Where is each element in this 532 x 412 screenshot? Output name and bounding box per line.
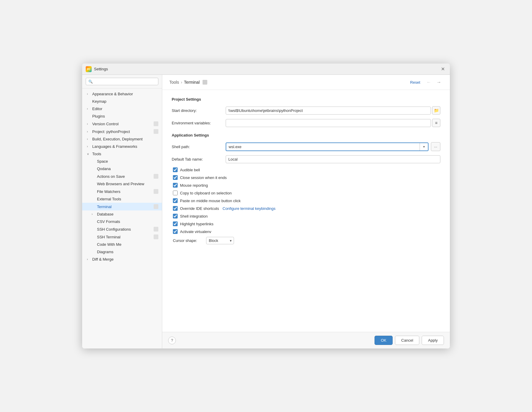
checkbox-activate-virtualenv[interactable] <box>173 229 178 234</box>
checkbox-close-session[interactable] <box>173 175 178 180</box>
checkbox-shell-integration[interactable] <box>173 214 178 218</box>
chevron-build-icon: › <box>87 137 90 141</box>
checkbox-row-shell-integration: Shell integration <box>172 214 440 218</box>
sidebar-item-diff-merge[interactable]: ›Diff & Merge <box>82 256 162 263</box>
sidebar-item-terminal[interactable]: Terminal <box>82 203 162 210</box>
sidebar-item-code-with-me[interactable]: Code With Me <box>82 241 162 248</box>
header-actions: Reset ← → <box>408 78 443 86</box>
mod-badge-file-watchers <box>154 189 158 194</box>
search-input[interactable] <box>95 79 156 84</box>
sidebar-item-build[interactable]: ›Build, Execution, Deployment <box>82 135 162 143</box>
checkbox-row-copy-clipboard: Copy to clipboard on selection <box>172 191 440 195</box>
sidebar-item-editor[interactable]: ›Editor <box>82 105 162 112</box>
sidebar-item-label-build: Build, Execution, Deployment <box>92 137 158 141</box>
default-tab-field <box>226 155 440 163</box>
sidebar-item-csv-formats[interactable]: CSV Formats <box>82 218 162 225</box>
breadcrumb-mod-badge <box>203 80 207 85</box>
sidebar-item-file-watchers[interactable]: File Watchers <box>82 188 162 195</box>
checkbox-paste-middle[interactable] <box>173 198 178 203</box>
sidebar-item-label-ssh-terminal: SSH Terminal <box>97 235 152 239</box>
mod-badge-actions-on-save <box>154 174 158 179</box>
start-directory-field: 📁 <box>226 106 440 115</box>
sidebar-item-external-tools[interactable]: External Tools <box>82 195 162 203</box>
sidebar-item-ssh-configurations[interactable]: SSH Configurations <box>82 225 162 233</box>
checkbox-copy-clipboard[interactable] <box>173 191 178 195</box>
shell-path-input[interactable] <box>226 143 420 150</box>
mod-badge-ssh-terminal <box>154 234 158 239</box>
checkbox-label-override-ide: Override IDE shortcuts <box>180 206 219 211</box>
sidebar-item-version-control[interactable]: ›Version Control <box>82 120 162 128</box>
reset-button[interactable]: Reset <box>408 79 423 86</box>
apply-button[interactable]: Apply <box>422 336 444 345</box>
help-button[interactable]: ? <box>168 337 176 344</box>
env-variables-edit-button[interactable]: ≡ <box>432 119 440 127</box>
env-variables-input[interactable] <box>226 119 431 127</box>
checkbox-row-mouse-reporting: Mouse reporting <box>172 183 440 188</box>
checkbox-label-paste-middle: Paste on middle mouse button click <box>180 199 241 203</box>
content-area: Tools › Terminal Reset ← → Project Setti… <box>162 75 450 348</box>
sidebar-item-label-ssh-configurations: SSH Configurations <box>97 227 152 232</box>
checkbox-label-copy-clipboard: Copy to clipboard on selection <box>180 191 232 195</box>
sidebar-item-label-keymap: Keymap <box>92 99 158 104</box>
forward-button[interactable]: → <box>435 78 443 86</box>
ok-button[interactable]: OK <box>375 336 393 345</box>
sidebar-item-label-diff-merge: Diff & Merge <box>92 257 158 262</box>
mod-badge-terminal <box>154 204 158 209</box>
env-variables-row: Environment variables: ≡ <box>172 119 440 127</box>
default-tab-input[interactable] <box>226 155 440 163</box>
shell-more-button[interactable]: ··· <box>431 142 440 151</box>
main-content: 🔍 ›Appearance & BehaviorKeymap›EditorPlu… <box>82 75 450 348</box>
footer-actions: OK Cancel Apply <box>375 336 444 345</box>
settings-window: PC Settings ✕ 🔍 ›Appearance & BehaviorKe… <box>82 64 450 348</box>
sidebar-item-label-code-with-me: Code With Me <box>97 242 158 247</box>
sidebar-item-space[interactable]: Space <box>82 158 162 165</box>
sidebar-item-web-browsers[interactable]: Web Browsers and Preview <box>82 180 162 188</box>
shell-dropdown-button[interactable]: ▾ <box>420 143 428 150</box>
mod-badge-version-control <box>154 121 158 126</box>
back-button[interactable]: ← <box>425 78 433 86</box>
default-tab-label: Default Tab name: <box>172 157 222 161</box>
titlebar-left: PC Settings <box>86 66 108 72</box>
sidebar-item-label-appearance: Appearance & Behavior <box>92 92 158 96</box>
start-directory-browse-button[interactable]: 📁 <box>432 106 440 115</box>
shell-input-wrap: ▾ <box>226 142 429 151</box>
sidebar-item-label-plugins: Plugins <box>92 114 158 118</box>
checkbox-highlight-hyperlinks[interactable] <box>173 221 178 226</box>
chevron-languages-icon: › <box>87 145 90 148</box>
sidebar-item-database[interactable]: ›Database <box>82 210 162 218</box>
shell-path-field: ▾ ··· <box>226 142 440 151</box>
sidebar-item-label-qodana: Qodana <box>97 167 158 171</box>
close-button[interactable]: ✕ <box>439 66 446 73</box>
checkbox-audible-bell[interactable] <box>173 167 178 172</box>
cursor-shape-label: Cursor shape: <box>173 238 203 243</box>
configure-terminal-keybindings-link[interactable]: Configure terminal keybindings <box>223 206 275 211</box>
window-title: Settings <box>94 67 108 71</box>
cursor-shape-row: Cursor shape: BlockUnderlineBar <box>172 237 440 244</box>
sidebar-item-actions-on-save[interactable]: Actions on Save <box>82 172 162 180</box>
search-icon: 🔍 <box>88 80 93 84</box>
breadcrumb-parent: Tools <box>169 80 179 85</box>
sidebar-item-appearance[interactable]: ›Appearance & Behavior <box>82 90 162 98</box>
cursor-shape-select[interactable]: BlockUnderlineBar <box>206 237 234 244</box>
sidebar-item-keymap[interactable]: Keymap <box>82 98 162 105</box>
checkbox-label-highlight-hyperlinks: Highlight hyperlinks <box>180 222 214 226</box>
start-directory-input[interactable] <box>226 107 431 115</box>
checkbox-label-audible-bell: Audible bell <box>180 168 200 172</box>
sidebar-item-label-project: Project: pythonProject <box>92 129 152 134</box>
content-scroll: Project Settings Start directory: 📁 Envi… <box>162 90 450 332</box>
checkbox-label-shell-integration: Shell integration <box>180 214 208 218</box>
sidebar-item-ssh-terminal[interactable]: SSH Terminal <box>82 233 162 241</box>
sidebar-item-plugins[interactable]: Plugins <box>82 112 162 120</box>
sidebar-item-diagrams[interactable]: Diagrams <box>82 248 162 256</box>
cancel-button[interactable]: Cancel <box>395 336 419 345</box>
sidebar-item-label-actions-on-save: Actions on Save <box>97 174 152 179</box>
search-input-wrap[interactable]: 🔍 <box>86 78 158 85</box>
checkbox-mouse-reporting[interactable] <box>173 183 178 188</box>
sidebar-item-label-tools: Tools <box>92 152 158 156</box>
sidebar-item-project[interactable]: ›Project: pythonProject <box>82 128 162 135</box>
sidebar-item-label-file-watchers: File Watchers <box>97 189 152 194</box>
checkbox-override-ide[interactable] <box>173 206 178 211</box>
sidebar-item-tools[interactable]: ∨Tools <box>82 150 162 158</box>
sidebar-item-qodana[interactable]: Qodana <box>82 165 162 172</box>
sidebar-item-languages[interactable]: ›Languages & Frameworks <box>82 143 162 150</box>
